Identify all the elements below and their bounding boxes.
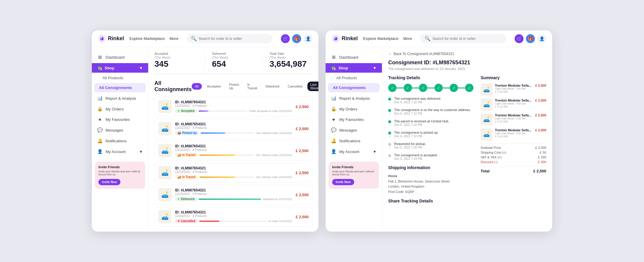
more-link[interactable]: More bbox=[170, 36, 179, 41]
invite-btn[interactable]: Invite Now bbox=[98, 179, 120, 185]
tracking-body: Tracking Details ✓ ✓ ✓ ✓ ✓ bbox=[388, 75, 546, 207]
step-2: ✓ bbox=[404, 84, 412, 92]
filter-tab-pickedup[interactable]: Picked Up bbox=[226, 81, 242, 91]
sidebar2-item-all-products[interactable]: All Products bbox=[326, 73, 382, 82]
panel2-search-bar[interactable]: 🔍 bbox=[420, 34, 506, 43]
filter-tab-accepted[interactable]: Accepted bbox=[204, 83, 224, 90]
user-icon-btn-2[interactable]: 👤 bbox=[537, 34, 546, 43]
sidebar-item-my-orders[interactable]: 🔒 My Orders bbox=[92, 104, 148, 114]
shipping-address: Flat 1, Blinkerton House, Dearcross Stre… bbox=[388, 179, 473, 195]
explore-marketplace-link-2[interactable]: Explore Marketplace bbox=[363, 36, 399, 41]
accepted-icon: ✓ bbox=[177, 109, 180, 113]
timeline-dot-3 bbox=[388, 132, 391, 135]
sidebar2-item-dashboard[interactable]: ⊞ Dashboard bbox=[326, 52, 382, 63]
tracking-timeline: The consignment was delivered. Dec 6, 20… bbox=[388, 97, 473, 160]
timeline-item-0: The consignment was delivered. Dec 6, 20… bbox=[388, 97, 473, 108]
transit-icon-2: 🚚 bbox=[177, 175, 181, 179]
panel-tracking: Rinkel Explore Marketplace More 🔍 🛒 🎁 👤 … bbox=[326, 30, 552, 232]
timeline-dot-1 bbox=[388, 109, 391, 112]
order-img-1: 🛋️ bbox=[158, 122, 171, 135]
section-header: All Consignments All Accepted Picked Up … bbox=[154, 80, 312, 93]
gift-icon-btn[interactable]: 🎁 bbox=[292, 34, 301, 43]
order-info-5: ID: #LM987654321 12/23/2022 · 4 Products… bbox=[175, 210, 292, 223]
back-to-consignment-link[interactable]: ← Back To Consignment #LM987654321 bbox=[388, 52, 546, 56]
gift-icon-btn-2[interactable]: 🎁 bbox=[526, 34, 535, 43]
summary-img-1: 🛋️ bbox=[481, 99, 493, 110]
invite-sub-2: Invite your friends and earn referral bo… bbox=[332, 170, 375, 176]
panel1-logo[interactable]: Rinkel bbox=[98, 35, 125, 43]
sidebar-item-notifications[interactable]: 🔔 Notifications bbox=[92, 135, 148, 146]
order-img-3: 🛋️ bbox=[158, 166, 171, 179]
order-img-4: 🛋️ bbox=[158, 188, 171, 201]
sidebar-item-my-account[interactable]: 👤 My Account ▼ bbox=[92, 146, 148, 157]
panel1-nav: Explore Marketplace More bbox=[129, 36, 178, 41]
explore-marketplace-link[interactable]: Explore Marketplace bbox=[129, 36, 165, 41]
messages-icon-2: 💬 bbox=[331, 127, 336, 133]
sidebar-item-messages[interactable]: 💬 Messages bbox=[92, 125, 148, 135]
sidebar2-item-all-consignments[interactable]: All Consignments bbox=[328, 83, 380, 92]
cart-icon-btn[interactable]: 🛒 bbox=[281, 34, 290, 43]
sidebar2-item-messages[interactable]: 💬 Messages bbox=[326, 125, 382, 135]
filter-tab-cancelled[interactable]: Cancelled bbox=[284, 83, 306, 90]
order-row[interactable]: 🛋️ ID: #LM987654321 12/23/2022 · 4 Produ… bbox=[154, 141, 312, 160]
step-3: ✓ bbox=[419, 84, 427, 92]
sidebar-item-dashboard[interactable]: ⊞ Dashboard bbox=[92, 52, 148, 63]
summary-row-vat: VAT & TAX (+) £ 250 bbox=[481, 155, 546, 159]
cancelled-icon: ✕ bbox=[177, 219, 180, 223]
sidebar-item-all-products[interactable]: All Products bbox=[92, 73, 148, 82]
pickup-icon: 📦 bbox=[177, 131, 181, 135]
search-input[interactable] bbox=[199, 37, 268, 41]
order-row[interactable]: 🛋️ ID: #LM987654321 12/23/2022 · 4 Produ… bbox=[154, 97, 312, 116]
delivered-icon: ✓ bbox=[177, 197, 180, 201]
sidebar-item-all-consignments[interactable]: All Consignments bbox=[94, 83, 146, 92]
order-row[interactable]: 🛋️ ID: #LM987654321 12/23/2022 · 4 Produ… bbox=[154, 207, 312, 227]
cart-icon-btn-2[interactable]: 🛒 bbox=[515, 34, 524, 43]
account-chevron-icon-2: ▼ bbox=[373, 149, 377, 154]
summary-img-2: 🛋️ bbox=[481, 113, 493, 125]
filter-tab-intransit[interactable]: In Transit bbox=[244, 81, 260, 91]
panel1-body: ⊞ Dashboard 🛍️ Shop ▼ All Products All C… bbox=[92, 47, 318, 232]
invite-title-2: Invite Friends bbox=[332, 165, 375, 169]
step-line-2 bbox=[412, 88, 419, 88]
filter-tab-all[interactable]: All bbox=[192, 83, 202, 90]
account-chevron-icon: ▼ bbox=[139, 149, 143, 154]
order-row[interactable]: 🛋️ ID: #LM987654321 12/23/2022 · 4 Produ… bbox=[154, 163, 312, 183]
invite-btn-2[interactable]: Invite Now bbox=[332, 179, 354, 185]
order-row[interactable]: 🛋️ ID: #LM987654321 12/23/2022 · 4 Produ… bbox=[154, 185, 312, 205]
sidebar2-item-report[interactable]: 📊 Report & Analysis bbox=[326, 93, 382, 104]
panel2-header: Rinkel Explore Marketplace More 🔍 🛒 🎁 👤 bbox=[326, 30, 552, 47]
summary-img-0: 🛋️ bbox=[481, 84, 493, 96]
status-badge-5: ✕ Cancelled bbox=[175, 219, 197, 223]
filter-tab-delivered[interactable]: Delivered bbox=[262, 83, 282, 90]
sidebar-item-shop[interactable]: 🛍️ Shop ▼ bbox=[92, 63, 148, 73]
sidebar2-item-my-account[interactable]: 👤 My Account ▼ bbox=[326, 146, 382, 157]
sidebar2-item-my-orders[interactable]: 🔒 My Orders bbox=[326, 104, 382, 114]
summary-divider-2 bbox=[481, 166, 546, 166]
sidebar-item-report[interactable]: 📊 Report & Analysis bbox=[92, 93, 148, 104]
back-arrow-icon: ← bbox=[388, 52, 392, 56]
sidebar2-item-shop[interactable]: 🛍️ Shop ▼ bbox=[326, 63, 382, 73]
search-icon-2: 🔍 bbox=[425, 36, 431, 41]
timeline-item-4: Requested for pickup. Dec 6, 2022 7:10 P… bbox=[388, 142, 473, 153]
svg-point-1 bbox=[100, 37, 103, 40]
order-info-2: ID: #LM987654321 12/23/2022 · 4 Products… bbox=[175, 144, 292, 157]
svg-point-2 bbox=[101, 38, 102, 39]
section-title: All Consignments bbox=[154, 80, 192, 93]
panel2-logo[interactable]: Rinkel bbox=[332, 35, 358, 43]
sidebar2-item-my-favourites[interactable]: ♥ My Favourites bbox=[326, 114, 382, 125]
invite-banner: Invite Friends Invite your friends and e… bbox=[95, 162, 145, 189]
shipping-info-section: Shipping Information Home Flat 1, Blinke… bbox=[388, 165, 473, 194]
sidebar2-item-notifications[interactable]: 🔔 Notifications bbox=[326, 135, 382, 146]
step-1: ✓ bbox=[388, 84, 397, 92]
shop-chevron-icon-2: ▼ bbox=[373, 66, 377, 70]
timeline-dot-5 bbox=[388, 154, 391, 157]
more-link-2[interactable]: More bbox=[403, 36, 412, 41]
search-input-2[interactable] bbox=[432, 37, 502, 41]
order-row[interactable]: 🛋️ ID: #LM987654321 12/23/2022 · 4 Produ… bbox=[154, 119, 312, 138]
user-icon-btn[interactable]: 👤 bbox=[304, 34, 312, 43]
summary-item-0: 🛋️ Trenton Modular Sofa... Light Oak Woo… bbox=[481, 84, 546, 96]
panel1-main: Accepted (This Week) 345 Delivered (This… bbox=[148, 47, 318, 232]
sidebar-item-my-favourites[interactable]: ♥ My Favourites bbox=[92, 114, 148, 125]
panel1-search-bar[interactable]: 🔍 bbox=[187, 34, 273, 43]
last-week-btn[interactable]: Last Week ▼ bbox=[307, 82, 318, 91]
